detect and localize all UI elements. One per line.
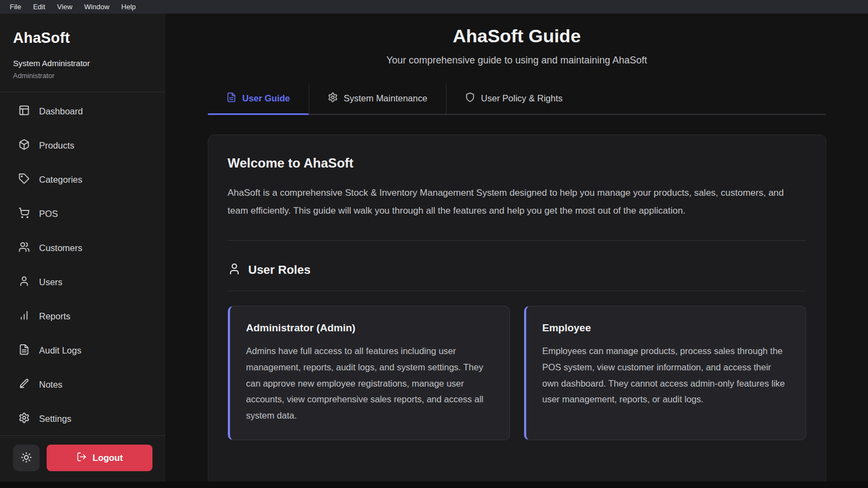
guide-card: Welcome to AhaSoft AhaSoft is a comprehe… xyxy=(208,134,826,481)
sidebar-item-notes[interactable]: Notes xyxy=(13,368,152,402)
sidebar: AhaSoft System Administrator Administrat… xyxy=(0,14,165,481)
sidebar-item-reports[interactable]: Reports xyxy=(13,299,152,333)
section-divider xyxy=(228,240,806,241)
user-roles-heading: User Roles xyxy=(228,262,806,278)
file-text-icon xyxy=(18,344,30,357)
menu-file[interactable]: File xyxy=(4,2,27,12)
gear-icon xyxy=(18,412,30,426)
theme-toggle-button[interactable] xyxy=(13,445,40,471)
sidebar-item-dashboard[interactable]: Dashboard xyxy=(13,94,152,129)
menu-edit[interactable]: Edit xyxy=(28,2,50,12)
shield-icon xyxy=(465,92,475,105)
logout-label: Logout xyxy=(93,453,123,463)
sidebar-item-pos[interactable]: POS xyxy=(13,197,152,231)
role-title: Employee xyxy=(542,322,789,334)
app-window: AhaSoft System Administrator Administrat… xyxy=(0,14,868,481)
page-subtitle: Your comprehensive guide to using and ma… xyxy=(165,55,868,66)
role-description: Admins have full access to all features … xyxy=(246,343,493,423)
tag-icon xyxy=(18,173,30,187)
tab-label: User Guide xyxy=(242,93,290,104)
menu-help[interactable]: Help xyxy=(116,2,142,12)
user-icon xyxy=(228,262,241,278)
role-card-employee: Employee Employees can manage products, … xyxy=(524,306,806,440)
menu-bar: File Edit View Window Help xyxy=(0,0,868,14)
file-text-icon xyxy=(226,92,237,105)
logout-button[interactable]: Logout xyxy=(47,445,152,471)
sidebar-item-label: Reports xyxy=(39,311,71,322)
welcome-body: AhaSoft is a comprehensive Stock & Inven… xyxy=(228,184,797,220)
role-card-admin: Administrator (Admin) Admins have full a… xyxy=(228,306,510,440)
tab-system-maintenance[interactable]: System Maintenance xyxy=(309,84,446,114)
guide-tabbar: User Guide System Maintenance User Polic… xyxy=(208,84,826,115)
user-icon xyxy=(18,275,30,289)
sidebar-item-products[interactable]: Products xyxy=(13,129,152,163)
tab-user-guide[interactable]: User Guide xyxy=(208,84,309,114)
sun-icon xyxy=(21,452,32,465)
sidebar-item-categories[interactable]: Categories xyxy=(13,163,152,197)
sidebar-item-label: Notes xyxy=(39,380,62,390)
package-icon xyxy=(18,139,30,152)
welcome-title: Welcome to AhaSoft xyxy=(228,156,806,171)
roles-grid: Administrator (Admin) Admins have full a… xyxy=(228,306,806,440)
dashboard-icon xyxy=(18,105,30,118)
user-name: System Administrator xyxy=(13,59,152,68)
page-title: AhaSoft Guide xyxy=(165,25,868,47)
tab-user-policy-rights[interactable]: User Policy & Rights xyxy=(446,84,581,114)
app-logo: AhaSoft xyxy=(13,30,152,47)
pen-icon xyxy=(18,378,30,391)
sidebar-item-label: POS xyxy=(39,209,58,219)
sidebar-item-settings[interactable]: Settings xyxy=(13,402,152,436)
sidebar-item-label: Audit Logs xyxy=(39,345,81,356)
section-underline xyxy=(228,291,806,291)
user-roles-title: User Roles xyxy=(248,263,311,277)
cart-icon xyxy=(18,207,30,221)
logout-icon xyxy=(76,452,87,464)
gear-icon xyxy=(328,92,338,105)
sidebar-item-audit-logs[interactable]: Audit Logs xyxy=(13,333,152,368)
menu-view[interactable]: View xyxy=(52,2,78,12)
role-description: Employees can manage products, process s… xyxy=(542,343,789,408)
sidebar-item-label: Categories xyxy=(39,175,82,185)
sidebar-divider xyxy=(0,92,165,92)
sidebar-item-label: Settings xyxy=(39,414,72,424)
sidebar-item-label: Products xyxy=(39,140,74,151)
sidebar-item-users[interactable]: Users xyxy=(13,265,152,299)
sidebar-item-label: Customers xyxy=(39,243,82,253)
sidebar-footer: Logout xyxy=(0,435,165,481)
tab-label: System Maintenance xyxy=(344,93,427,104)
user-role: Administrator xyxy=(13,72,152,80)
sidebar-item-label: Dashboard xyxy=(39,106,83,117)
main-content: AhaSoft Guide Your comprehensive guide t… xyxy=(165,14,868,481)
role-title: Administrator (Admin) xyxy=(246,322,493,334)
users-icon xyxy=(18,241,30,255)
sidebar-item-customers[interactable]: Customers xyxy=(13,231,152,265)
tab-label: User Policy & Rights xyxy=(481,93,563,104)
sidebar-footer-divider xyxy=(0,435,165,436)
bar-chart-icon xyxy=(18,310,30,323)
sidebar-nav: Dashboard Products Categories POS Custom… xyxy=(13,94,152,436)
sidebar-item-label: Users xyxy=(39,277,62,287)
menu-window[interactable]: Window xyxy=(79,2,114,12)
